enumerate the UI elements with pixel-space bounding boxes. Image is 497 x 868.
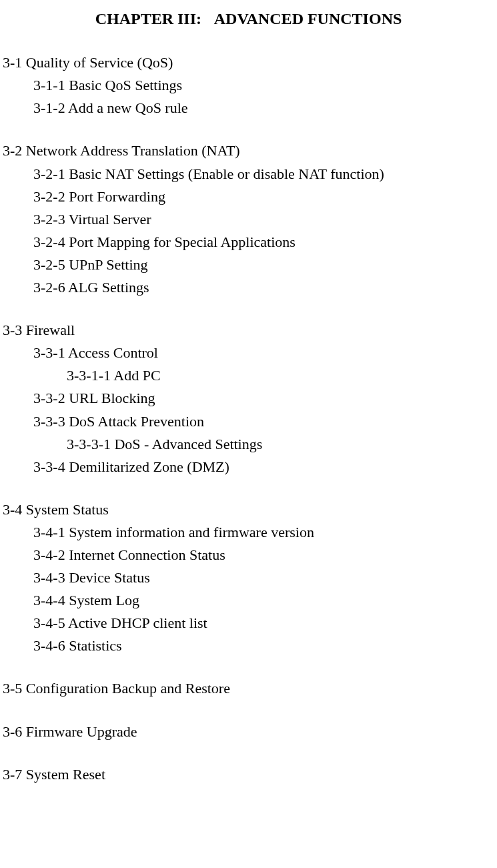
toc-entry-3-4-6: 3-4-6 Statistics — [0, 634, 497, 657]
toc-entry-3-4-5: 3-4-5 Active DHCP client list — [0, 612, 497, 634]
section-3-7: 3-7 System Reset — [0, 763, 497, 786]
toc-entry-3-2-5: 3-2-5 UPnP Setting — [0, 254, 497, 276]
toc-entry-3-1-2: 3-1-2 Add a new QoS rule — [0, 97, 497, 119]
chapter-heading: CHAPTER III: ADVANCED FUNCTIONS — [0, 7, 497, 31]
toc-entry-3-2-6: 3-2-6 ALG Settings — [0, 276, 497, 299]
toc-entry-3-2-4: 3-2-4 Port Mapping for Special Applicati… — [0, 231, 497, 254]
toc-entry-3-3-3: 3-3-3 DoS Attack Prevention — [0, 410, 497, 433]
toc-entry-3-3-3-1: 3-3-3-1 DoS - Advanced Settings — [0, 433, 497, 456]
toc-entry-3-7: 3-7 System Reset — [0, 763, 497, 786]
toc-entry-3-6: 3-6 Firmware Upgrade — [0, 721, 497, 743]
toc-entry-3-4: 3-4 System Status — [0, 498, 497, 521]
toc-entry-3-4-4: 3-4-4 System Log — [0, 589, 497, 612]
toc-entry-3-2: 3-2 Network Address Translation (NAT) — [0, 139, 497, 162]
toc-entry-3-3-1: 3-3-1 Access Control — [0, 342, 497, 364]
section-3-6: 3-6 Firmware Upgrade — [0, 721, 497, 743]
toc-entry-3-3: 3-3 Firewall — [0, 319, 497, 342]
toc-entry-3-3-2: 3-3-2 URL Blocking — [0, 387, 497, 410]
section-3-1: 3-1 Quality of Service (QoS) 3-1-1 Basic… — [0, 51, 497, 119]
toc-entry-3-5: 3-5 Configuration Backup and Restore — [0, 677, 497, 700]
toc-entry-3-2-1: 3-2-1 Basic NAT Settings (Enable or disa… — [0, 163, 497, 185]
toc-entry-3-1-1: 3-1-1 Basic QoS Settings — [0, 74, 497, 97]
section-3-2: 3-2 Network Address Translation (NAT) 3-… — [0, 139, 497, 299]
toc-entry-3-4-3: 3-4-3 Device Status — [0, 566, 497, 589]
section-3-3: 3-3 Firewall 3-3-1 Access Control 3-3-1-… — [0, 319, 497, 478]
section-3-4: 3-4 System Status 3-4-1 System informati… — [0, 498, 497, 658]
toc-entry-3-4-2: 3-4-2 Internet Connection Status — [0, 544, 497, 566]
chapter-prefix: CHAPTER III: — [95, 10, 201, 27]
toc-entry-3-1: 3-1 Quality of Service (QoS) — [0, 51, 497, 74]
toc-entry-3-4-1: 3-4-1 System information and firmware ve… — [0, 521, 497, 544]
toc-entry-3-2-2: 3-2-2 Port Forwarding — [0, 185, 497, 208]
toc-entry-3-3-4: 3-3-4 Demilitarized Zone (DMZ) — [0, 456, 497, 478]
chapter-title-text: ADVANCED FUNCTIONS — [214, 10, 402, 27]
toc-entry-3-2-3: 3-2-3 Virtual Server — [0, 208, 497, 231]
section-3-5: 3-5 Configuration Backup and Restore — [0, 677, 497, 700]
toc-entry-3-3-1-1: 3-3-1-1 Add PC — [0, 364, 497, 387]
